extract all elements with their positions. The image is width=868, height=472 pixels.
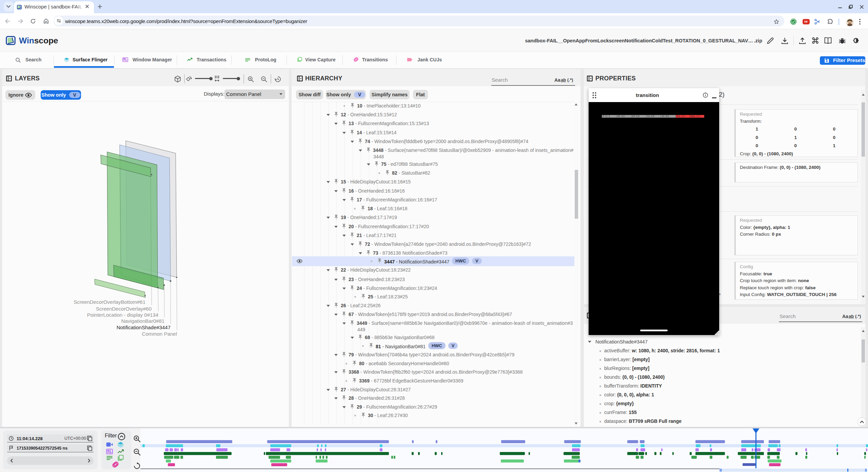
svg-text:Common Panel: Common Panel bbox=[142, 331, 177, 337]
svg-text:PointerLocation - display 0#13: PointerLocation - display 0#134 bbox=[87, 312, 158, 318]
svg-text:ScreenDecorOverlayBottom#61: ScreenDecorOverlayBottom#61 bbox=[74, 299, 145, 305]
svg-text:NavigationBar0#81: NavigationBar0#81 bbox=[121, 318, 164, 324]
svg-text:NotificationShade#3447: NotificationShade#3447 bbox=[117, 324, 171, 330]
svg-text:ScreenDecorOverlay#60: ScreenDecorOverlay#60 bbox=[96, 306, 152, 312]
